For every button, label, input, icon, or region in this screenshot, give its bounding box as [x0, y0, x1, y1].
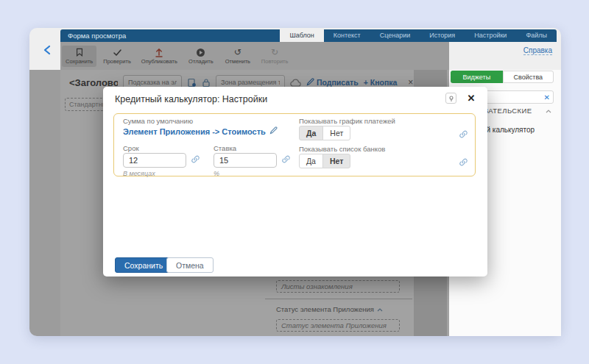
chevron-left-icon [43, 45, 52, 58]
modal-save-button[interactable]: Сохранить [115, 257, 172, 273]
settings-fieldset: Сумма по умолчанию Элемент Приложения ->… [113, 113, 476, 176]
tab-template[interactable]: Шаблон [280, 29, 323, 42]
banks-toggle: Да Нет [299, 154, 350, 168]
banks-no-option[interactable]: Нет [322, 154, 350, 168]
modal-cancel-button[interactable]: Отмена [166, 257, 214, 273]
tab-scenarios[interactable]: Сценарии [370, 29, 420, 42]
rate-link-icon[interactable] [281, 154, 291, 167]
back-button[interactable] [40, 44, 54, 59]
banks-yes-option[interactable]: Да [299, 154, 323, 168]
schedule-label: Показывать график платежей [299, 117, 395, 125]
pin-icon [448, 92, 454, 105]
pin-button[interactable] [445, 93, 456, 104]
banks-label: Показывать список банков [299, 145, 385, 153]
schedule-yes-option[interactable]: Да [299, 126, 323, 140]
modal-dim-overlay-left [29, 70, 60, 336]
rate-hint: % [214, 170, 219, 177]
rate-label: Ставка [214, 144, 236, 152]
tab-files[interactable]: Файлы [516, 29, 557, 42]
tab-settings[interactable]: Настройки [465, 29, 516, 42]
app-window: Форма просмотра Шаблон Контекст Сценарии… [29, 28, 561, 336]
help-link[interactable]: Справка [523, 46, 552, 55]
schedule-no-option[interactable]: Нет [322, 126, 350, 140]
tab-widgets[interactable]: Виджеты [451, 71, 503, 83]
search-clear-icon[interactable]: ✕ [544, 93, 550, 102]
banks-link-icon[interactable] [459, 157, 468, 170]
form-title: Форма просмотра [60, 29, 280, 42]
term-link-icon[interactable] [191, 154, 200, 167]
sum-binding-link[interactable]: Элемент Приложения -> Стоимость [123, 126, 278, 136]
sidebar-tabs: Виджеты Свойства [451, 71, 554, 83]
modal-title: Кредитный калькулятор: Настройки [115, 94, 267, 104]
edit-pencil-icon[interactable] [269, 126, 278, 136]
section-collapse-icon[interactable] [546, 107, 551, 115]
modal-close-button[interactable]: ✕ [465, 92, 477, 104]
tab-history[interactable]: История [420, 29, 465, 42]
term-label: Срок [123, 144, 139, 152]
top-bar: Форма просмотра Шаблон Контекст Сценарии… [60, 29, 557, 42]
tab-properties[interactable]: Свойства [503, 71, 554, 83]
schedule-toggle: Да Нет [299, 126, 350, 140]
tab-context[interactable]: Контекст [324, 29, 370, 42]
sum-binding-text: Элемент Приложения -> Стоимость [123, 127, 266, 136]
rate-input[interactable] [214, 153, 277, 168]
schedule-link-icon[interactable] [459, 129, 468, 142]
term-hint: В месяцах [123, 170, 155, 177]
credit-calculator-settings-modal: Кредитный калькулятор: Настройки ✕ Сумма… [103, 87, 487, 276]
term-input[interactable] [123, 153, 186, 168]
sum-label: Сумма по умолчанию [123, 117, 193, 125]
